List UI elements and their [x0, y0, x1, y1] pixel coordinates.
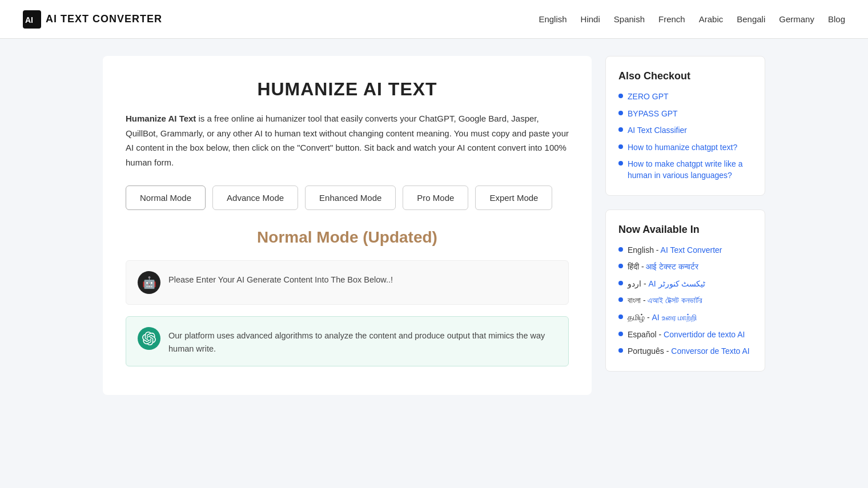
nav-english[interactable]: English [539, 14, 566, 24]
checkout-item-4: How to humanize chatgpt text? [618, 142, 752, 154]
avail-link-2[interactable]: आई टेक्स्ट कन्वर्टर [646, 262, 698, 271]
nav-french[interactable]: French [658, 14, 685, 24]
mode-buttons-group: Normal Mode Advance Mode Enhanced Mode P… [126, 185, 569, 210]
available-item-3: اردو - AI ٹیکسٹ کنورٹر [618, 279, 752, 290]
avail-prefix-6: Español - [628, 330, 664, 339]
enhanced-mode-button[interactable]: Enhanced Mode [305, 185, 396, 210]
checkout-item-5: How to make chatgpt write like a human i… [618, 159, 752, 181]
dot-icon-5 [618, 161, 623, 166]
info-box-1: 🤖 Please Enter Your AI Generate Content … [126, 260, 569, 305]
page-title: HUMANIZE AI TEXT [126, 79, 569, 100]
logo[interactable]: AI AI TEXT CONVERTER [23, 10, 162, 29]
description-bold: Humanize AI Text [126, 114, 196, 123]
nav-hindi[interactable]: Hindi [581, 14, 600, 24]
info-text-2: Our platform uses advanced algorithms to… [168, 327, 557, 356]
checkout-link-2[interactable]: BYPASS GPT [628, 108, 678, 120]
info-text-1: Please Enter Your AI Generate Content In… [168, 271, 393, 287]
avail-prefix-5: தமிழ் - [628, 313, 652, 322]
available-card: Now Available In English - AI Text Conve… [605, 209, 765, 372]
available-item-1: English - AI Text Converter [618, 245, 752, 256]
checkout-link-1[interactable]: ZERO GPT [628, 91, 669, 103]
main-description: Humanize AI Text is a free online ai hum… [126, 111, 569, 170]
checkout-link-4[interactable]: How to humanize chatgpt text? [628, 142, 737, 154]
available-links: English - AI Text Converter हिंदी - आई ट… [618, 245, 752, 357]
available-item-7: Português - Conversor de Texto AI [618, 346, 752, 357]
avail-dot-4 [618, 297, 623, 302]
avail-link-4[interactable]: এআই টেক্সট কনভার্টর [648, 296, 702, 305]
expert-mode-button[interactable]: Expert Mode [475, 185, 552, 210]
avail-link-7[interactable]: Conversor de Texto AI [671, 346, 749, 356]
nav-arabic[interactable]: Arabic [699, 14, 724, 24]
available-item-4: বাংলা - এআই টেক্সট কনভার্টর [618, 295, 752, 306]
page-wrapper: HUMANIZE AI TEXT Humanize AI Text is a f… [91, 39, 777, 412]
info-box-2: Our platform uses advanced algorithms to… [126, 316, 569, 366]
nav-spanish[interactable]: Spanish [614, 14, 645, 24]
avail-prefix-1: English - [628, 245, 661, 255]
checkout-link-5[interactable]: How to make chatgpt write like a human i… [628, 159, 752, 181]
avail-link-5[interactable]: AI உரை மாற்றி [652, 313, 697, 322]
checkout-title: Also Checkout [618, 70, 752, 82]
nav-bengali[interactable]: Bengali [737, 14, 765, 24]
avail-dot-1 [618, 247, 623, 252]
checkout-link-3[interactable]: AI Text Classifier [628, 125, 687, 136]
robot-icon: 🤖 [142, 276, 156, 289]
logo-text: AI TEXT CONVERTER [46, 13, 162, 25]
avail-prefix-2: हिंदी - [628, 262, 646, 271]
openai-icon-container [138, 327, 160, 350]
checkout-card: Also Checkout ZERO GPT BYPASS GPT AI Tex… [605, 56, 765, 196]
svg-text:AI: AI [25, 15, 33, 25]
available-item-2: हिंदी - आई टेक्स्ट कन्वर्टर [618, 261, 752, 273]
available-title: Now Available In [618, 224, 752, 236]
checkout-links: ZERO GPT BYPASS GPT AI Text Classifier H… [618, 91, 752, 182]
available-item-6: Español - Convertidor de texto AI [618, 329, 752, 341]
avail-dot-7 [618, 348, 623, 353]
avail-link-6[interactable]: Convertidor de texto AI [664, 330, 745, 339]
normal-mode-button[interactable]: Normal Mode [126, 185, 206, 210]
main-content: HUMANIZE AI TEXT Humanize AI Text is a f… [103, 56, 592, 395]
nav-germany[interactable]: Germany [779, 14, 814, 24]
avail-prefix-7: Português - [628, 346, 671, 356]
avail-dot-6 [618, 332, 623, 336]
avail-prefix-4: বাংলা - [628, 296, 648, 305]
dot-icon-2 [618, 111, 623, 115]
checkout-item-2: BYPASS GPT [618, 108, 752, 120]
avail-link-1[interactable]: AI Text Converter [661, 245, 722, 255]
dot-icon-1 [618, 94, 623, 98]
avail-dot-2 [618, 264, 623, 268]
avail-prefix-3: اردو - [628, 279, 648, 288]
dot-icon-4 [618, 144, 623, 149]
sidebar: Also Checkout ZERO GPT BYPASS GPT AI Tex… [605, 56, 765, 395]
available-item-5: தமிழ் - AI உரை மாற்றி [618, 312, 752, 324]
avail-dot-3 [618, 281, 623, 285]
pro-mode-button[interactable]: Pro Mode [403, 185, 468, 210]
mode-heading: Normal Mode (Updated) [126, 228, 569, 247]
site-header: AI AI TEXT CONVERTER English Hindi Spani… [0, 0, 868, 39]
avail-link-3[interactable]: AI ٹیکسٹ کنورٹر [648, 279, 705, 288]
main-nav: English Hindi Spanish French Arabic Beng… [539, 14, 845, 24]
nav-blog[interactable]: Blog [828, 14, 845, 24]
logo-icon: AI [23, 10, 41, 29]
avail-dot-5 [618, 314, 623, 319]
checkout-item-1: ZERO GPT [618, 91, 752, 103]
openai-icon [142, 332, 156, 345]
robot-icon-container: 🤖 [138, 271, 160, 294]
checkout-item-3: AI Text Classifier [618, 125, 752, 136]
dot-icon-3 [618, 127, 623, 132]
advance-mode-button[interactable]: Advance Mode [212, 185, 298, 210]
